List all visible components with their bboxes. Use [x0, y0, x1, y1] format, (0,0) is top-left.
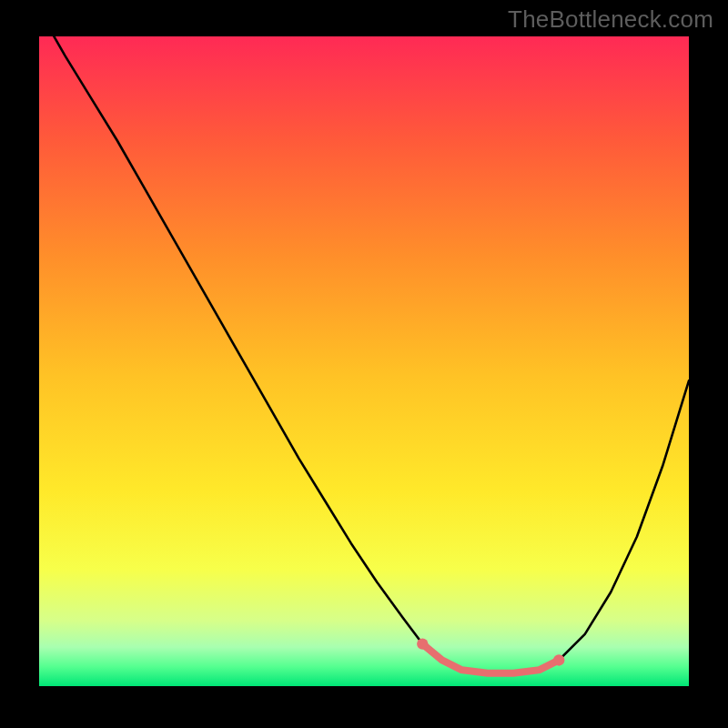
chart-frame: TheBottleneck.com	[0, 0, 728, 728]
watermark-text: TheBottleneck.com	[508, 5, 713, 34]
chart-background	[39, 36, 689, 686]
optimal-marker-end	[553, 654, 564, 665]
chart-plot	[39, 36, 689, 686]
optimal-marker-start	[417, 638, 428, 649]
